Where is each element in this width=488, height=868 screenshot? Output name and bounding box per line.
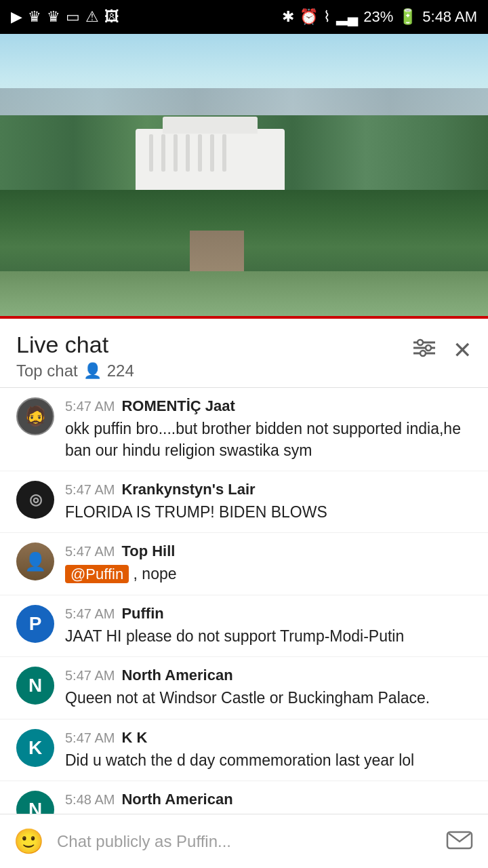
chat-input-bar: 🙂 (0, 814, 488, 868)
chat-header-left: Live chat Top chat 👤 224 (16, 331, 134, 380)
video-white-house (136, 129, 285, 197)
message-author: ROMENTİÇ Jaat (121, 397, 235, 415)
chat-input[interactable] (57, 824, 431, 859)
svg-point-4 (426, 345, 431, 351)
avatar: 🧔 (16, 397, 54, 435)
messages-wrapper: 🧔 5:47 AM ROMENTİÇ Jaat okk puffin bro..… (0, 388, 488, 868)
alarm-icon: ⏰ (300, 8, 318, 26)
message-author: Puffin (121, 605, 163, 623)
message-time: 5:47 AM (65, 544, 115, 559)
table-row: N 5:47 AM North American Queen not at Wi… (0, 657, 488, 719)
video-trees-front (0, 190, 488, 285)
top-chat-label[interactable]: Top chat (16, 361, 78, 380)
message-content: 5:47 AM K K Did u watch the d day commem… (65, 729, 472, 771)
mention-tag: @Puffin (65, 565, 129, 583)
battery-percent: 23% (363, 8, 393, 26)
avatar: 👤 (16, 542, 54, 580)
message-author: Top Hill (121, 542, 175, 560)
column6 (210, 134, 214, 172)
message-meta: 5:47 AM North American (65, 667, 472, 684)
emoji-button[interactable]: 🙂 (11, 824, 46, 859)
message-time: 5:47 AM (65, 730, 115, 746)
youtube-icon: ▶ (11, 8, 22, 26)
column5 (198, 134, 202, 172)
column4 (186, 134, 190, 172)
avatar: P (16, 605, 54, 643)
message-content: 5:47 AM Top Hill @Puffin , nope (65, 542, 472, 585)
message-author: Krankynstyn's Lair (121, 481, 255, 498)
filter-icon[interactable] (412, 338, 436, 363)
message-time: 5:48 AM (65, 792, 115, 808)
avatar: K (16, 729, 54, 767)
table-row: K 5:47 AM K K Did u watch the d day comm… (0, 719, 488, 781)
bluetooth-icon: ✱ (282, 8, 294, 26)
chat-header: Live chat Top chat 👤 224 ✕ (0, 319, 488, 388)
avatar: N (16, 667, 54, 705)
message-text: FLORIDA IS TRUMP! BIDEN BLOWS (65, 501, 472, 523)
column7 (222, 134, 226, 172)
message-meta: 5:48 AM North American (65, 791, 472, 808)
avatar: ◎ (16, 481, 54, 519)
message-author: K K (121, 729, 147, 747)
close-button[interactable]: ✕ (453, 336, 472, 363)
message-meta: 5:47 AM Krankynstyn's Lair (65, 481, 472, 498)
messages-list: 🧔 5:47 AM ROMENTİÇ Jaat okk puffin bro..… (0, 388, 488, 868)
video-columns (149, 134, 226, 172)
status-bar: ▶ ♛ ♛ ▭ ⚠ 🖼 ✱ ⏰ ⌇ ▂▄ 23% 🔋 5:48 AM (0, 0, 488, 34)
folder-icon: ▭ (66, 8, 80, 26)
message-meta: 5:47 AM Top Hill (65, 542, 472, 560)
message-text: @Puffin , nope (65, 563, 472, 585)
svg-point-3 (418, 340, 423, 345)
column3 (174, 134, 178, 172)
status-bar-right: ✱ ⏰ ⌇ ▂▄ 23% 🔋 5:48 AM (282, 8, 477, 26)
crown2-icon: ♛ (47, 8, 60, 26)
message-meta: 5:47 AM ROMENTİÇ Jaat (65, 397, 472, 415)
chat-subtitle: Top chat 👤 224 (16, 361, 134, 380)
message-author: North American (121, 791, 232, 808)
chat-header-right: ✕ (412, 331, 472, 363)
status-bar-left: ▶ ♛ ♛ ▭ ⚠ 🖼 (11, 8, 119, 26)
message-content: 5:47 AM North American Queen not at Wind… (65, 667, 472, 709)
message-time: 5:47 AM (65, 482, 115, 498)
wifi-icon: ⌇ (323, 8, 331, 26)
message-time: 5:47 AM (65, 668, 115, 684)
video-progress-bar[interactable] (0, 316, 488, 319)
chat-container: Live chat Top chat 👤 224 ✕ (0, 319, 488, 868)
message-content: 5:47 AM Krankynstyn's Lair FLORIDA IS TR… (65, 481, 472, 523)
signal-icon: ▂▄ (336, 8, 359, 26)
message-text: JAAT HI please do not support Trump-Modi… (65, 625, 472, 647)
message-content: 5:47 AM Puffin JAAT HI please do not sup… (65, 605, 472, 647)
column1 (149, 134, 153, 172)
send-button[interactable] (442, 824, 477, 859)
message-text: Queen not at Windsor Castle or Buckingha… (65, 687, 472, 709)
message-text: okk puffin bro....but brother bidden not… (65, 418, 472, 461)
battery-icon: 🔋 (399, 8, 417, 26)
svg-point-5 (420, 351, 426, 356)
table-row: 👤 5:47 AM Top Hill @Puffin , nope (0, 533, 488, 595)
viewers-count: 224 (107, 361, 134, 380)
send-icon (446, 828, 473, 855)
emoji-icon: 🙂 (14, 827, 44, 856)
viewers-icon: 👤 (83, 362, 102, 380)
clock: 5:48 AM (422, 8, 477, 26)
message-meta: 5:47 AM Puffin (65, 605, 472, 623)
table-row: P 5:47 AM Puffin JAAT HI please do not s… (0, 595, 488, 657)
message-time: 5:47 AM (65, 399, 115, 414)
table-row: ◎ 5:47 AM Krankynstyn's Lair FLORIDA IS … (0, 471, 488, 533)
chat-title: Live chat (16, 331, 134, 359)
message-content: 5:47 AM ROMENTİÇ Jaat okk puffin bro....… (65, 397, 472, 461)
video-player[interactable] (0, 34, 488, 319)
message-author: North American (121, 667, 232, 684)
message-meta: 5:47 AM K K (65, 729, 472, 747)
warning-icon: ⚠ (85, 8, 99, 26)
message-time: 5:47 AM (65, 606, 115, 622)
video-lawn (0, 271, 488, 319)
image-icon: 🖼 (104, 8, 119, 26)
message-text: Did u watch the d day commemoration last… (65, 749, 472, 771)
crown1-icon: ♛ (28, 8, 41, 26)
table-row: 🧔 5:47 AM ROMENTİÇ Jaat okk puffin bro..… (0, 388, 488, 471)
column2 (161, 134, 165, 172)
